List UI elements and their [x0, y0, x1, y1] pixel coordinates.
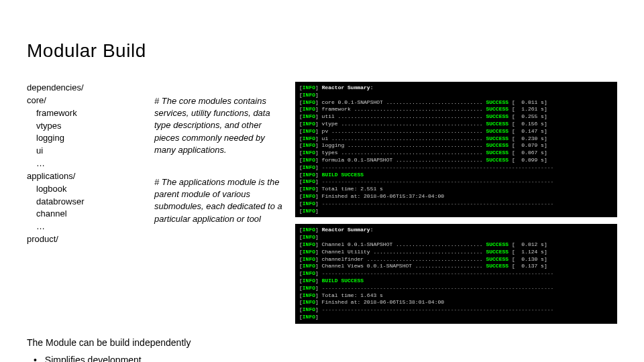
tree-line: dependencies/ [27, 82, 148, 95]
tree-line: ui [27, 145, 148, 158]
tree-line: … [27, 221, 148, 233]
tree-line: product/ [27, 233, 148, 246]
directory-tree: dependencies/ core/ framework vtypes log… [27, 82, 148, 324]
terminal-output-core: [INFO] Reactor Summary: [INFO] [INFO] co… [295, 82, 617, 217]
terminal-column: [INFO] Reactor Summary: [INFO] [INFO] co… [295, 82, 617, 324]
tree-line: framework [27, 107, 148, 120]
tree-line: core/ [27, 95, 148, 107]
tree-line: logging [27, 132, 148, 145]
applications-description: # The applications module is the parent … [154, 176, 288, 225]
tree-line: … [27, 158, 148, 170]
page-title: Modular Build [27, 40, 617, 62]
tree-line: vtypes [27, 120, 148, 133]
tree-line: databrowser [27, 196, 148, 208]
description-column: # The core modules contains services, ut… [154, 82, 288, 324]
terminal-output-channel: [INFO] Reactor Summary: [INFO] [INFO] Ch… [295, 224, 617, 323]
tree-line: channel [27, 208, 148, 221]
core-description: # The core modules contains services, ut… [154, 95, 288, 156]
content-row: dependencies/ core/ framework vtypes log… [27, 82, 617, 324]
footer-section: The Module can be build independently Si… [27, 337, 617, 362]
tree-line: logbook [27, 183, 148, 196]
tree-line: applications/ [27, 170, 148, 183]
footer-lead: The Module can be build independently [27, 337, 617, 348]
footer-bullet: Simplifies development [34, 355, 617, 362]
